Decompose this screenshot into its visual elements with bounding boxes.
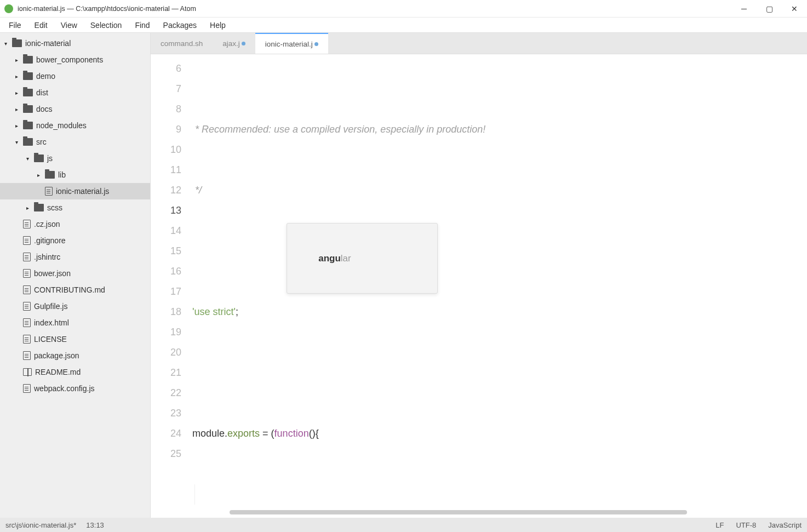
menu-item-selection[interactable]: Selection [84, 19, 129, 32]
close-button[interactable]: ✕ [782, 0, 807, 18]
line-number[interactable]: 14 [151, 221, 181, 241]
file-ionic-material-js[interactable]: ionic-material.js [0, 183, 150, 199]
tab-label: ionic-material.j [265, 40, 313, 48]
folder-icon [34, 155, 44, 162]
line-number[interactable]: 24 [151, 424, 181, 444]
menu-item-edit[interactable]: Edit [28, 19, 54, 32]
file-icon [45, 187, 53, 196]
folder-icon [23, 138, 33, 146]
file-contributing-md[interactable]: CONTRIBUTING.md [0, 282, 150, 298]
tree-label: Gulpfile.js [34, 302, 67, 311]
line-number[interactable]: 9 [151, 119, 181, 140]
folder-docs[interactable]: ▸docs [0, 101, 150, 117]
tree-label: bower.json [34, 269, 71, 278]
menu-item-file[interactable]: File [2, 19, 28, 32]
line-number[interactable]: 15 [151, 241, 181, 261]
folder-js[interactable]: ▾js [0, 150, 150, 167]
folder-scss[interactable]: ▸scss [0, 199, 150, 216]
modified-dot-icon [242, 42, 245, 45]
line-number[interactable]: 8 [151, 99, 181, 119]
tree-label: index.html [34, 318, 69, 327]
folder-src[interactable]: ▾src [0, 134, 150, 150]
tree-label: CONTRIBUTING.md [34, 285, 105, 294]
tab-ionic-material-j[interactable]: ionic-material.j [255, 33, 328, 54]
chevron-icon: ▾ [4, 41, 12, 47]
line-number[interactable]: 16 [151, 261, 181, 282]
tree-label: ionic-material.js [56, 187, 109, 196]
folder-icon [12, 39, 22, 47]
tree-label: src [36, 138, 47, 146]
file--gitignore[interactable]: .gitignore [0, 232, 150, 249]
file-icon [23, 335, 31, 344]
line-number[interactable]: 20 [151, 342, 181, 363]
status-eol[interactable]: LF [716, 521, 724, 529]
horizontal-scrollbar[interactable] [230, 510, 802, 517]
status-language[interactable]: JavaScript [768, 521, 802, 529]
line-number[interactable]: 10 [151, 140, 181, 160]
file--jshintrc[interactable]: .jshintrc [0, 249, 150, 265]
book-icon [23, 368, 32, 376]
line-number[interactable]: 12 [151, 180, 181, 201]
line-number[interactable]: 22 [151, 383, 181, 403]
tree-label: js [47, 154, 53, 163]
tab-bar: command.shajax.jionic-material.j [151, 33, 807, 54]
tree-view[interactable]: ▾ionic-material▸bower_components▸demo▸di… [0, 33, 151, 518]
tree-label: .cz.json [34, 220, 60, 228]
file-gulpfile-js[interactable]: Gulpfile.js [0, 298, 150, 314]
file-icon [23, 351, 31, 360]
editor-pane: command.shajax.jionic-material.j 6789101… [151, 33, 807, 518]
folder-lib[interactable]: ▸lib [0, 167, 150, 183]
tree-label: dist [36, 88, 48, 97]
chevron-icon: ▾ [26, 156, 34, 162]
chevron-icon: ▸ [15, 106, 23, 112]
line-number[interactable]: 11 [151, 160, 181, 180]
line-number[interactable]: 19 [151, 322, 181, 342]
file-package-json[interactable]: package.json [0, 347, 150, 364]
menu-item-view[interactable]: View [54, 19, 84, 32]
gutter: 678910111213141516171819202122232425 [151, 54, 190, 518]
folder-dist[interactable]: ▸dist [0, 84, 150, 101]
menu-item-help[interactable]: Help [203, 19, 232, 32]
code-content[interactable]: * Recommended: use a compiled version, e… [190, 54, 807, 518]
line-number[interactable]: 23 [151, 403, 181, 424]
folder-icon [45, 171, 55, 179]
chevron-icon: ▸ [15, 123, 23, 129]
file-bower-json[interactable]: bower.json [0, 265, 150, 282]
line-number[interactable]: 17 [151, 282, 181, 302]
modified-dot-icon [314, 42, 318, 46]
file-webpack-config-js[interactable]: webpack.config.js [0, 380, 150, 397]
status-cursor-pos[interactable]: 13:13 [86, 521, 104, 529]
file-license[interactable]: LICENSE [0, 331, 150, 347]
code-editor[interactable]: 678910111213141516171819202122232425 * R… [151, 54, 807, 518]
maximize-button[interactable]: ▢ [757, 0, 782, 18]
file-readme-md[interactable]: README.md [0, 364, 150, 380]
code-line: * Recommended: use a compiled version, e… [192, 124, 485, 135]
file-icon [23, 253, 31, 261]
file-index-html[interactable]: index.html [0, 314, 150, 331]
menu-item-find[interactable]: Find [128, 19, 156, 32]
line-number[interactable]: 21 [151, 363, 181, 383]
folder-demo[interactable]: ▸demo [0, 68, 150, 84]
code-line: 'use strict' [192, 306, 236, 317]
code-line [190, 241, 807, 261]
status-bar: src\js\ionic-material.js* 13:13 LF UTF-8… [0, 518, 807, 532]
tab-ajax-j[interactable]: ajax.j [213, 33, 255, 54]
chevron-icon: ▸ [15, 90, 23, 96]
folder-node-modules[interactable]: ▸node_modules [0, 117, 150, 134]
line-number[interactable]: 6 [151, 59, 181, 79]
status-file-path[interactable]: src\js\ionic-material.js* [5, 521, 76, 529]
menu-item-packages[interactable]: Packages [157, 19, 203, 32]
tree-label: webpack.config.js [34, 384, 95, 393]
line-number[interactable]: 7 [151, 79, 181, 99]
autocomplete-popup[interactable]: angular [287, 223, 438, 294]
line-number[interactable]: 13 [151, 201, 181, 221]
line-number[interactable]: 18 [151, 302, 181, 322]
minimize-button[interactable]: ─ [731, 0, 757, 18]
line-number[interactable]: 25 [151, 444, 181, 464]
folder-bower-components[interactable]: ▸bower_components [0, 52, 150, 68]
file--cz-json[interactable]: .cz.json [0, 216, 150, 232]
tab-command-sh[interactable]: command.sh [151, 33, 213, 54]
tab-label: command.sh [161, 39, 203, 48]
folder-ionic-material[interactable]: ▾ionic-material [0, 35, 150, 52]
status-encoding[interactable]: UTF-8 [736, 521, 756, 529]
